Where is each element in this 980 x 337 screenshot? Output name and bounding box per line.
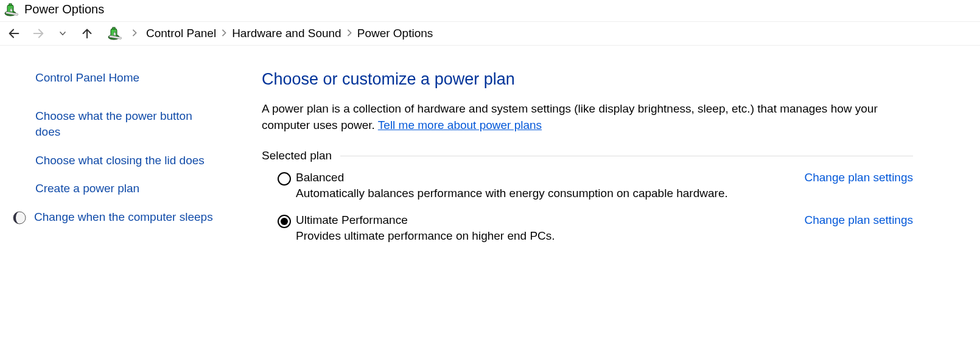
sidebar-link-closing-lid[interactable]: Choose what closing the lid does	[35, 153, 219, 169]
svg-rect-6	[113, 27, 115, 29]
chevron-right-icon[interactable]	[346, 29, 352, 38]
title-bar: Power Options	[0, 0, 980, 21]
forward-button[interactable]	[30, 26, 46, 41]
plan-name[interactable]: Balanced	[296, 171, 344, 184]
page-heading: Choose or customize a power plan	[262, 70, 913, 89]
radio-ultimate-performance[interactable]	[278, 215, 291, 228]
plan-description: Automatically balances performance with …	[296, 187, 913, 200]
back-button[interactable]	[6, 26, 22, 41]
navigation-bar: Control Panel Hardware and Sound Power O…	[0, 21, 980, 46]
learn-more-link[interactable]: Tell me more about power plans	[378, 119, 542, 131]
divider	[340, 156, 913, 156]
radio-balanced[interactable]	[278, 172, 291, 186]
breadcrumb-power-icon	[107, 27, 123, 40]
sidebar-link-create-plan[interactable]: Create a power plan	[35, 181, 219, 197]
sidebar-home-link[interactable]: Control Panel Home	[35, 70, 219, 86]
section-selected-plan: Selected plan	[262, 149, 913, 162]
plan-item-balanced: Balanced Change plan settings Automatica…	[262, 171, 913, 200]
breadcrumb: Control Panel Hardware and Sound Power O…	[146, 27, 433, 40]
moon-phase-icon	[12, 210, 27, 225]
sidebar-link-power-button[interactable]: Choose what the power button does	[35, 108, 219, 141]
up-button[interactable]	[79, 26, 95, 41]
change-plan-settings-link[interactable]: Change plan settings	[804, 171, 913, 184]
main-content: Choose or customize a power plan A power…	[231, 70, 950, 256]
recent-dropdown-button[interactable]	[55, 26, 71, 41]
page-description: A power plan is a collection of hardware…	[262, 101, 913, 133]
window-title: Power Options	[24, 2, 104, 16]
power-battery-icon	[4, 3, 19, 16]
svg-rect-2	[9, 4, 12, 5]
breadcrumb-control-panel[interactable]: Control Panel	[146, 27, 216, 40]
description-text: A power plan is a collection of hardware…	[262, 102, 878, 131]
plan-name[interactable]: Ultimate Performance	[296, 214, 408, 227]
plan-item-ultimate: Ultimate Performance Change plan setting…	[262, 214, 913, 243]
section-label: Selected plan	[262, 149, 332, 162]
breadcrumb-power-options[interactable]: Power Options	[357, 27, 433, 40]
sidebar: Control Panel Home Choose what the power…	[0, 70, 231, 256]
plan-description: Provides ultimate performance on higher …	[296, 229, 913, 243]
chevron-right-icon[interactable]	[131, 29, 138, 38]
sidebar-link-computer-sleeps[interactable]: Change when the computer sleeps	[34, 209, 213, 226]
chevron-right-icon[interactable]	[221, 29, 227, 38]
change-plan-settings-link[interactable]: Change plan settings	[804, 214, 913, 227]
breadcrumb-hardware-sound[interactable]: Hardware and Sound	[232, 27, 341, 40]
